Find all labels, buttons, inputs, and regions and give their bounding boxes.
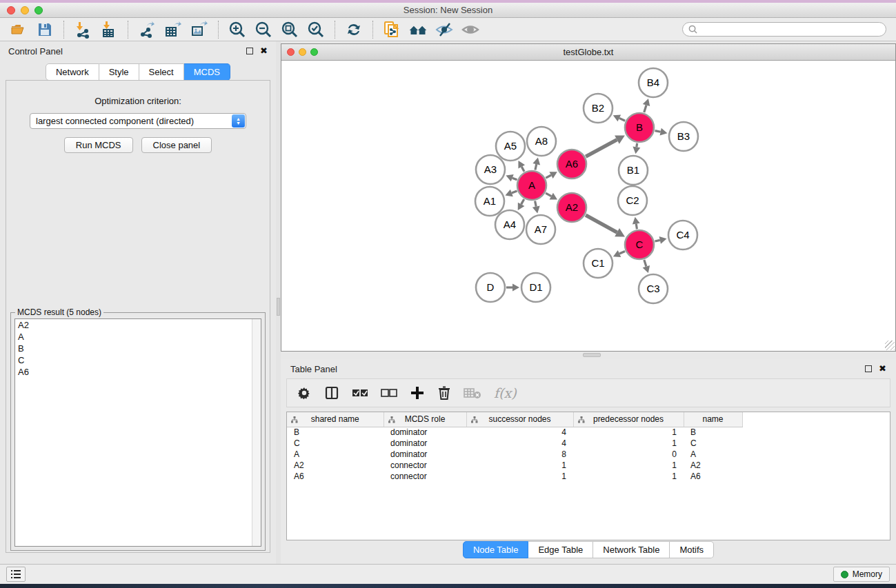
table-cell[interactable]: 1 [573, 438, 684, 449]
table-cell[interactable]: dominator [384, 449, 466, 460]
table-row[interactable]: Bdominator41B [287, 427, 890, 438]
mcds-result-item[interactable]: B [15, 343, 261, 354]
search-input[interactable] [701, 25, 880, 34]
table-cell[interactable]: 4 [466, 438, 573, 449]
export-image-icon[interactable] [190, 20, 209, 39]
tab-mcds[interactable]: MCDS [184, 63, 230, 81]
table-cell[interactable]: A6 [684, 471, 742, 482]
table-row[interactable]: A2connector11A2 [287, 460, 890, 471]
edge-C-C4[interactable] [655, 240, 659, 241]
edge-A-A5[interactable] [521, 167, 524, 172]
table-cell[interactable]: 1 [466, 460, 573, 471]
network-window-titlebar[interactable]: testGlobe.txt [281, 44, 895, 61]
edge-A-A4[interactable] [521, 199, 524, 204]
edge-C-C2[interactable] [636, 224, 637, 230]
tab-motifs[interactable]: Motifs [670, 541, 714, 558]
table-cell[interactable]: dominator [384, 438, 466, 449]
edge-B-B3[interactable] [655, 131, 661, 132]
column-header-predecessor-nodes[interactable]: predecessor nodes [573, 412, 684, 427]
criterion-dropdown[interactable]: largest connected component (directed) ▲… [30, 113, 246, 129]
edge-A-A7[interactable] [535, 201, 537, 207]
edge-C-C1[interactable] [619, 251, 625, 254]
network-graph[interactable]: B4B2BB3A8A5A6A3B1AC2A1A2A4A7C4CC1DD1C3 [281, 61, 895, 351]
table-row[interactable]: A6connector11A6 [287, 471, 890, 482]
horizontal-split-divider[interactable] [281, 352, 896, 359]
import-network-icon[interactable] [73, 20, 92, 39]
table-cell[interactable]: 1 [573, 471, 684, 482]
tab-node-table[interactable]: Node Table [463, 541, 529, 558]
table-cell[interactable]: connector [384, 471, 466, 482]
edge-A-A8[interactable] [535, 164, 537, 170]
edge-A-A1[interactable] [512, 191, 517, 193]
memory-button[interactable]: Memory [833, 567, 890, 582]
mcds-result-item[interactable]: A2 [15, 319, 261, 331]
table-cell[interactable]: A [287, 449, 384, 460]
table-cell[interactable]: C [287, 438, 384, 449]
table-row[interactable]: Cdominator41C [287, 438, 890, 449]
tab-network-table[interactable]: Network Table [593, 541, 670, 558]
edge-B-B4[interactable] [644, 105, 646, 112]
tab-edge-table[interactable]: Edge Table [528, 541, 593, 558]
network-canvas[interactable]: B4B2BB3A8A5A6A3B1AC2A1A2A4A7C4CC1DD1C3 [281, 61, 895, 351]
table-cell[interactable]: B [287, 427, 384, 438]
zoom-in-icon[interactable] [228, 20, 247, 39]
select-all-icon[interactable] [352, 387, 368, 399]
task-history-button[interactable] [6, 567, 26, 582]
zoom-fit-icon[interactable] [280, 20, 299, 39]
table-cell[interactable]: 0 [573, 449, 684, 460]
column-header-shared-name[interactable]: shared name [287, 412, 384, 427]
column-header-name[interactable]: name [684, 412, 742, 427]
vertical-split-divider[interactable] [276, 41, 281, 564]
refresh-layout-icon[interactable] [344, 20, 364, 39]
open-file-icon[interactable] [9, 20, 28, 39]
show-panel-eye-icon[interactable] [461, 20, 480, 39]
table-cell[interactable]: 1 [466, 471, 573, 482]
export-network-icon[interactable] [137, 20, 157, 39]
home-icon[interactable] [408, 20, 428, 39]
hide-panel-eye-icon[interactable] [435, 20, 454, 39]
column-header-successor-nodes[interactable]: successor nodes [466, 412, 573, 427]
edge-C-C3[interactable] [644, 260, 646, 267]
edge-B-B1[interactable] [637, 143, 637, 148]
table-cell[interactable]: B [684, 427, 742, 438]
search-box[interactable] [682, 22, 886, 37]
mcds-result-item[interactable]: A6 [15, 366, 261, 378]
table-cell[interactable]: A6 [287, 471, 384, 482]
tab-select[interactable]: Select [139, 63, 184, 81]
export-table-icon[interactable] [163, 20, 183, 39]
node-table[interactable]: shared nameMCDS rolesuccessor nodesprede… [286, 412, 890, 540]
function-builder-icon[interactable]: f(x) [494, 385, 517, 401]
zoom-out-icon[interactable] [254, 20, 273, 39]
table-cell[interactable]: A2 [684, 460, 742, 471]
close-panel-button[interactable]: Close panel [141, 137, 212, 153]
edge-A-A3[interactable] [512, 178, 517, 180]
mcds-result-item[interactable]: C [15, 354, 261, 366]
mcds-result-item[interactable]: A [15, 331, 261, 343]
mcds-result-list[interactable]: A2ABCA6 [14, 318, 261, 547]
tab-network[interactable]: Network [46, 63, 99, 81]
edge-A-A2[interactable] [546, 193, 551, 196]
result-list-scrollbar[interactable] [252, 319, 261, 546]
table-cell[interactable]: A2 [287, 460, 384, 471]
table-cell[interactable]: dominator [384, 427, 466, 438]
table-cell[interactable]: A [684, 449, 742, 460]
delete-column-icon[interactable] [437, 385, 451, 401]
zoom-selected-icon[interactable] [306, 20, 326, 39]
float-panel-icon[interactable] [246, 48, 253, 54]
table-cell[interactable]: 8 [466, 449, 573, 460]
run-mcds-button[interactable]: Run MCDS [64, 137, 133, 153]
table-cell[interactable]: C [684, 438, 742, 449]
resize-grip-icon[interactable] [885, 341, 895, 350]
close-table-panel-icon[interactable]: ✖ [879, 365, 886, 372]
deselect-all-icon[interactable] [381, 387, 397, 399]
close-panel-icon[interactable]: ✖ [260, 48, 268, 54]
table-cell[interactable]: 1 [573, 460, 684, 471]
edge-A6-B[interactable] [586, 140, 617, 156]
tab-style[interactable]: Style [99, 63, 139, 81]
edge-B-B2[interactable] [619, 118, 625, 121]
save-session-icon[interactable] [35, 20, 54, 39]
divider-grip[interactable] [277, 298, 280, 316]
import-table-icon[interactable] [99, 20, 119, 39]
table-cell[interactable]: 1 [573, 427, 684, 438]
divider-grip[interactable] [583, 353, 601, 357]
